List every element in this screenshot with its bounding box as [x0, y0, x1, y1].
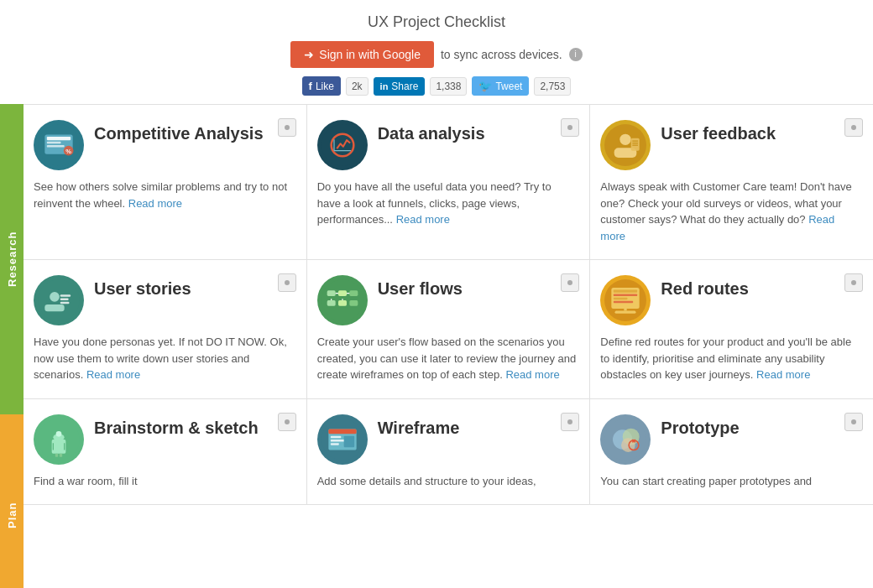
- svg-rect-57: [343, 435, 354, 446]
- info-icon[interactable]: i: [569, 48, 583, 61]
- svg-rect-3: [47, 142, 61, 144]
- cell-header-flows: User flows: [317, 275, 577, 325]
- svg-rect-41: [615, 311, 636, 314]
- body-data-analysis: Do you have all the useful data you need…: [317, 179, 577, 228]
- icon-user-feedback: [600, 120, 651, 170]
- checkbox-user-stories[interactable]: [278, 273, 296, 292]
- icon-data-analysis: [317, 120, 368, 170]
- title-user-flows: User flows: [378, 278, 463, 299]
- checkbox-user-flows[interactable]: [561, 273, 579, 292]
- icon-red-routes: [600, 275, 651, 325]
- body-red-routes: Define red routes for your product and y…: [600, 334, 860, 383]
- title-brainstorm: Brainstorm & sketch: [94, 418, 259, 438]
- svg-rect-29: [338, 300, 347, 306]
- icon-wireframe: [317, 414, 368, 465]
- linkedin-share-button[interactable]: in Share: [374, 77, 426, 96]
- checkbox-user-feedback[interactable]: [844, 118, 863, 137]
- cell-user-feedback: User feedback Always speak with Customer…: [590, 105, 873, 259]
- cell-header-stories: User stories: [34, 275, 293, 325]
- read-more-competitive[interactable]: Read more: [128, 197, 182, 210]
- icon-prototype: [600, 414, 651, 465]
- facebook-like-button[interactable]: f Like: [302, 76, 341, 96]
- svg-rect-42: [625, 309, 627, 311]
- grid-row-research: % Competitive Analysis See how others so…: [24, 104, 873, 259]
- cell-header-competitive: % Competitive Analysis: [34, 120, 293, 170]
- svg-rect-46: [56, 431, 62, 437]
- svg-rect-48: [60, 453, 62, 456]
- svg-rect-4: [47, 145, 65, 148]
- svg-rect-21: [60, 294, 71, 297]
- prototype-icon-svg: [604, 419, 646, 461]
- twitter-icon: 🐦: [478, 80, 492, 92]
- svg-rect-14: [631, 138, 640, 151]
- page-header: UX Project Checklist ➜ Sign in with Goog…: [0, 0, 873, 104]
- body-prototype: You can start creating paper prototypes …: [600, 473, 860, 490]
- svg-rect-44: [52, 440, 66, 454]
- checkbox-red-routes[interactable]: [844, 273, 863, 292]
- icon-brainstorm: [34, 414, 84, 465]
- signin-label: Sign in with Google: [319, 48, 421, 61]
- cell-header-data: Data analysis: [317, 120, 577, 170]
- svg-rect-56: [331, 443, 339, 445]
- title-prototype: Prototype: [661, 418, 739, 438]
- cell-wireframe: Wireframe Add some details and structure…: [307, 399, 591, 505]
- svg-rect-27: [349, 290, 358, 296]
- sidebar: Research Plan Design: [0, 104, 24, 588]
- checkbox-prototype[interactable]: [844, 413, 863, 431]
- svg-rect-37: [614, 290, 637, 293]
- svg-rect-47: [55, 453, 58, 456]
- body-user-stories: Have you done personas yet. If not DO IT…: [34, 334, 293, 383]
- cell-header-wireframe: Wireframe: [317, 414, 577, 465]
- svg-rect-40: [614, 301, 633, 304]
- twitter-tweet-button[interactable]: 🐦 Tweet: [472, 76, 529, 96]
- wireframe-icon-svg: [321, 419, 363, 461]
- cell-prototype: Prototype You can start creating paper p…: [590, 399, 873, 505]
- read-more-flows[interactable]: Read more: [505, 368, 559, 381]
- svg-rect-30: [349, 300, 358, 306]
- cell-header-brainstorm: Brainstorm & sketch: [34, 414, 293, 465]
- svg-rect-38: [614, 294, 637, 297]
- sidebar-plan: Plan: [0, 414, 24, 588]
- cell-data-analysis: Data analysis Do you have all the useful…: [307, 105, 591, 259]
- svg-rect-25: [327, 290, 335, 296]
- stories-icon-svg: [38, 279, 80, 321]
- cell-brainstorm: Brainstorm & sketch Find a war room, fil…: [24, 399, 307, 505]
- checkbox-data-analysis[interactable]: [561, 118, 579, 137]
- grid-row-design: Brainstorm & sketch Find a war room, fil…: [24, 398, 873, 506]
- title-wireframe: Wireframe: [378, 418, 460, 438]
- cell-red-routes: Red routes Define red routes for your pr…: [590, 260, 873, 398]
- checkbox-wireframe[interactable]: [561, 413, 579, 431]
- cell-user-flows: User flows Create your user's flow based…: [307, 260, 591, 398]
- sync-text: to sync across devices.: [441, 48, 562, 61]
- page-title: UX Project Checklist: [0, 13, 873, 31]
- sidebar-research: Research: [0, 104, 24, 414]
- svg-rect-2: [47, 137, 71, 140]
- read-more-stories[interactable]: Read more: [86, 368, 140, 381]
- title-user-feedback: User feedback: [661, 123, 776, 143]
- cell-header-prototype: Prototype: [600, 414, 860, 465]
- svg-rect-54: [331, 435, 342, 438]
- cell-header-routes: Red routes: [600, 275, 860, 325]
- svg-text:%: %: [65, 148, 71, 155]
- svg-point-12: [620, 134, 631, 145]
- twitter-count: 2,753: [534, 77, 571, 96]
- checkbox-brainstorm[interactable]: [278, 413, 296, 431]
- signin-button[interactable]: ➜ Sign in with Google: [290, 41, 434, 68]
- signin-row: ➜ Sign in with Google to sync across dev…: [0, 41, 873, 68]
- main-content: Research Plan Design: [0, 104, 873, 588]
- read-more-routes[interactable]: Read more: [756, 368, 810, 381]
- body-user-flows: Create your user's flow based on the sce…: [317, 334, 577, 383]
- svg-rect-53: [328, 429, 356, 434]
- title-data-analysis: Data analysis: [378, 123, 485, 143]
- body-brainstorm: Find a war room, fill it: [34, 473, 293, 490]
- read-more-data[interactable]: Read more: [396, 213, 450, 226]
- facebook-count: 2k: [346, 77, 369, 96]
- flows-icon-svg: [321, 279, 363, 321]
- cell-header-feedback: User feedback: [600, 120, 860, 170]
- svg-rect-28: [327, 300, 335, 306]
- icon-user-flows: [317, 275, 368, 325]
- body-competitive-analysis: See how others solve similar problems an…: [34, 179, 293, 211]
- checkbox-competitive-analysis[interactable]: [278, 118, 296, 137]
- svg-rect-20: [44, 304, 64, 311]
- svg-rect-22: [60, 299, 69, 301]
